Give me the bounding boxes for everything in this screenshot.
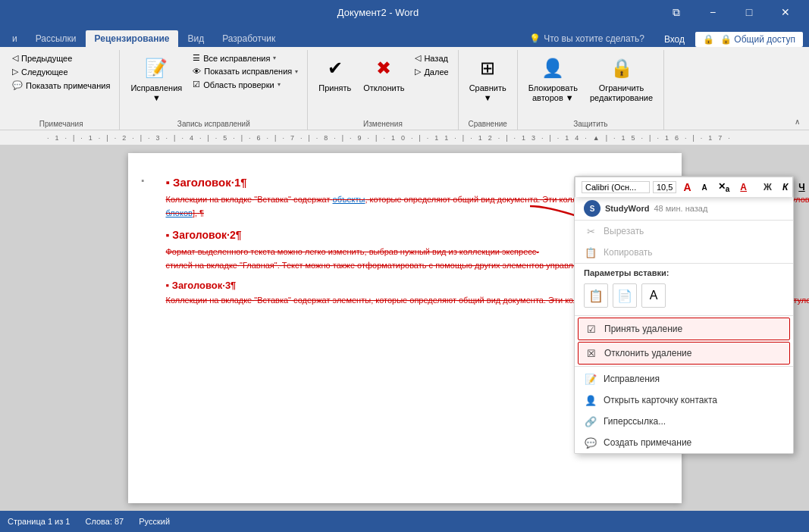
show-notes-btn[interactable]: 💬 Показать примечания xyxy=(9,79,113,92)
dropdown-arrow1: ▾ xyxy=(273,55,276,61)
compare-group-label: Сравнение xyxy=(468,120,506,130)
paste-header: Параметры вставки: xyxy=(575,263,793,280)
heading3: ▪ Заголовок·3¶ xyxy=(166,280,644,291)
para3: Коллекции·на·вкладке·"Вставка"·содержат·… xyxy=(166,294,591,308)
para2: Формат·выделенного·текста·можно·легко·из… xyxy=(166,246,591,272)
open-contact-item[interactable]: 👤 Открыть карточку контакта xyxy=(575,390,793,411)
contact-icon: 👤 xyxy=(584,393,597,407)
grow-font-btn[interactable]: A xyxy=(679,180,695,194)
text-color-btn[interactable]: A xyxy=(736,181,751,193)
dropdown-arrow3: ▾ xyxy=(278,81,281,88)
check-area-btn[interactable]: ☑ Область проверки ▾ xyxy=(190,78,301,91)
words-status: Слова: 87 xyxy=(85,517,124,526)
tab-view[interactable]: Вид xyxy=(178,30,213,47)
next-label: Следующее xyxy=(21,67,68,77)
tab-review[interactable]: Рецензирование xyxy=(86,30,179,47)
group-track-content: 📝 Исправления▼ ☰ Все исправления ▾ 👁 Пок… xyxy=(126,52,301,120)
back-icon: ◁ xyxy=(415,53,421,63)
doc-area: ▪ ▪ Заголовок·1¶ Коллекции·на·вкладке·"В… xyxy=(0,146,809,511)
paste-btn3[interactable]: A xyxy=(641,283,666,308)
paste-btn1[interactable]: 📋 xyxy=(584,283,608,308)
accept-deletion-item[interactable]: ☑ Принять удаление xyxy=(578,318,790,340)
link1: объекты xyxy=(333,195,365,204)
reject-label: Отклонить xyxy=(363,83,404,93)
share-btn[interactable]: 🔒 🔒 Общий доступ xyxy=(695,32,803,47)
paste-icons-row: 📋 📄 A xyxy=(575,280,793,314)
forward-label: Далее xyxy=(424,67,448,77)
ribbon-search[interactable]: 💡 Что вы хотите сделать? xyxy=(523,30,651,47)
back-btn[interactable]: ◁ Назад xyxy=(412,52,451,64)
minimize-btn[interactable]: − xyxy=(695,0,730,24)
block-authors-label: Блокироватьавторов ▼ xyxy=(528,83,578,103)
next-btn[interactable]: ▷ Следующее xyxy=(9,65,113,78)
corrections-item[interactable]: 📝 Исправления xyxy=(575,368,793,390)
heading2: ▪ Заголовок·2¶ xyxy=(166,229,644,241)
group-changes-content: ✔ Принять ✖ Отклонить ◁ Назад ▷ Далее xyxy=(314,52,451,120)
group-protect-content: 👤 Блокироватьавторов ▼ 🔒 Ограничитьредак… xyxy=(524,52,657,120)
compare-icon: ⊞ xyxy=(474,55,501,82)
ribbon-area: ◁ Предыдущее ▷ Следующее 💬 Показать прим… xyxy=(0,47,809,130)
ribbon-group-track: 📝 Исправления▼ ☰ Все исправления ▾ 👁 Пок… xyxy=(120,50,308,130)
restore-btn[interactable]: ⧉ xyxy=(659,0,694,24)
corrections-icon: 📝 xyxy=(143,55,170,82)
check-area-label: Область проверки xyxy=(203,80,274,89)
tab-mailings[interactable]: Рассылки xyxy=(27,30,86,47)
copy-menu-item[interactable]: 📋 Копировать xyxy=(575,242,793,263)
bullet1: ▪ xyxy=(166,176,174,189)
restrict-edit-label: Ограничитьредактирование xyxy=(590,83,653,103)
restrict-edit-btn[interactable]: 🔒 Ограничитьредактирование xyxy=(585,52,657,106)
ribbon-group-protect: 👤 Блокироватьавторов ▼ 🔒 Ограничитьредак… xyxy=(518,50,664,130)
reject-icon: ✖ xyxy=(370,55,397,82)
reject-deletion-item[interactable]: ☒ Отклонить удаление xyxy=(578,342,790,365)
title-bar: Документ2 - Word ⧉ − □ ✕ xyxy=(0,0,809,24)
collapse-ribbon-btn[interactable]: ∧ xyxy=(791,115,803,127)
notes-group-label: Примечания xyxy=(39,120,83,130)
tab-i[interactable]: и xyxy=(3,30,27,47)
hyperlink-item[interactable]: 🔗 Гиперссылка... xyxy=(575,411,793,432)
close-btn[interactable]: ✕ xyxy=(768,0,803,24)
clear-format-btn[interactable]: ✕a xyxy=(714,180,734,194)
underline-btn[interactable]: Ч xyxy=(795,181,808,193)
add-comment-item[interactable]: 💬 Создать примечание xyxy=(575,432,793,453)
login-btn[interactable]: Вход xyxy=(657,33,692,46)
accept-icon-menu: ☑ xyxy=(585,322,598,336)
block-authors-btn[interactable]: 👤 Блокироватьавторов ▼ xyxy=(524,52,582,106)
user-name: StudyWord xyxy=(605,204,649,213)
reject-large-btn[interactable]: ✖ Отклонить xyxy=(359,52,409,96)
cut-menu-item[interactable]: ✂ Вырезать xyxy=(575,221,793,242)
restrict-edit-icon: 🔒 xyxy=(608,55,635,82)
tab-developer[interactable]: Разработчик xyxy=(213,30,284,47)
show-notes-label: Показать примечания xyxy=(26,81,110,90)
search-icon: 💡 xyxy=(529,33,541,44)
maximize-btn[interactable]: □ xyxy=(732,0,767,24)
corrections-label: Исправления▼ xyxy=(130,83,182,103)
compare-large-btn[interactable]: ⊞ Сравнить▼ xyxy=(465,52,511,106)
font-selector[interactable]: Calibri (Осн... xyxy=(582,181,650,193)
divider2 xyxy=(575,366,793,367)
corrections-large-btn[interactable]: 📝 Исправления▼ xyxy=(126,52,187,106)
forward-btn[interactable]: ▷ Далее xyxy=(412,65,451,78)
status-bar: Страница 1 из 1 Слова: 87 Русский xyxy=(0,511,809,532)
pages-status: Страница 1 из 1 xyxy=(8,517,70,526)
paste-btn2[interactable]: 📄 xyxy=(613,283,637,308)
para1: Коллекции·на·вкладке·"Вставка"·содержат·… xyxy=(166,193,591,220)
show-corrections-label: Показать исправления xyxy=(204,67,292,76)
shrink-font-btn[interactable]: A xyxy=(698,183,711,192)
protect-group-label: Защитить xyxy=(573,120,607,130)
lang-status: Русский xyxy=(139,517,170,526)
nav-btns: ◁ Назад ▷ Далее xyxy=(412,52,451,78)
title-bar-title: Документ2 - Word xyxy=(97,7,659,18)
show-corrections-btn[interactable]: 👁 Показать исправления ▾ xyxy=(190,65,301,77)
bold-btn[interactable]: Ж xyxy=(760,181,776,193)
add-comment-label: Создать примечание xyxy=(604,437,691,448)
prev-btn[interactable]: ◁ Предыдущее xyxy=(9,52,113,64)
accept-large-btn[interactable]: ✔ Принять xyxy=(314,52,356,96)
all-corrections-btn[interactable]: ☰ Все исправления ▾ xyxy=(190,52,301,64)
para-marker-1: ▪ xyxy=(142,176,145,185)
dropdown-arrow2: ▾ xyxy=(295,68,298,75)
heading1: ▪ Заголовок·1¶ xyxy=(166,176,644,189)
user-info: S StudyWord 48 мин. назад xyxy=(575,197,793,221)
font-size[interactable]: 10,5 xyxy=(653,181,676,193)
prev-label: Предыдущее xyxy=(21,54,72,63)
italic-btn[interactable]: К xyxy=(779,181,792,193)
